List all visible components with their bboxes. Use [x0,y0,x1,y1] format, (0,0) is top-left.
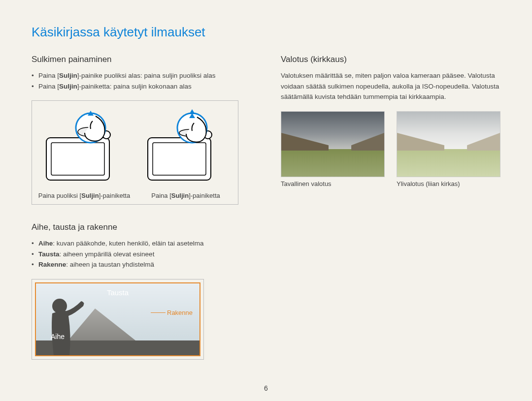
half-press-caption: Paina puoliksi [Suljin]-painiketta [38,192,130,199]
exposure-heading: Valotus (kirkkaus) [281,55,500,64]
composition-figure: Tausta Aihe Rakenne [32,279,204,360]
bullet-rakenne: Rakenne: aiheen ja taustan yhdistelmä [32,259,251,270]
composition-bullets: Aihe: kuvan pääkohde, kuten henkilö, elä… [32,238,251,270]
svg-rect-7 [153,143,206,175]
bullet-full-press: Paina [Suljin]-painiketta: paina suljin … [32,81,251,92]
rakenne-label: Rakenne [167,309,193,316]
bullet-aihe: Aihe: kuvan pääkohde, kuten henkilö, elä… [32,238,251,249]
bullet-half-press: Paina [Suljin]-painike puoliksi alas: pa… [32,70,251,81]
overexposure-photo [397,111,500,177]
tausta-label: Tausta [36,288,200,297]
normal-exposure-photo [281,111,385,177]
svg-rect-1 [51,143,104,175]
full-press-caption: Paina [Suljin]-painiketta [151,192,220,199]
aihe-label: Aihe [51,333,65,340]
page-title: Käsikirjassa käytetyt ilmaukset [32,25,500,40]
exposure-para: Valotuksen määrittää se, miten paljon va… [281,70,500,102]
exposure-photos: Tavallinen valotus Ylivalotus (liian kir… [281,111,500,187]
right-column: Valotus (kirkkaus) Valotuksen määrittää … [281,55,500,360]
left-column: Sulkimen painaminen Paina [Suljin]-paini… [32,55,251,360]
normal-exposure-caption: Tavallinen valotus [281,180,385,187]
composition-heading: Aihe, tausta ja rakenne [32,222,251,232]
shutter-heading: Sulkimen painaminen [32,55,251,64]
overexposure-caption: Ylivalotus (liian kirkas) [397,180,500,187]
half-press-illustration [42,108,126,189]
full-press-illustration [144,108,228,189]
page-number: 6 [0,384,532,392]
shutter-figure: Paina puoliksi [Suljin]-painiketta [32,100,238,205]
shutter-bullets: Paina [Suljin]-painike puoliksi alas: pa… [32,70,251,92]
bullet-tausta: Tausta: aiheen ympärillä olevat esineet [32,249,251,260]
